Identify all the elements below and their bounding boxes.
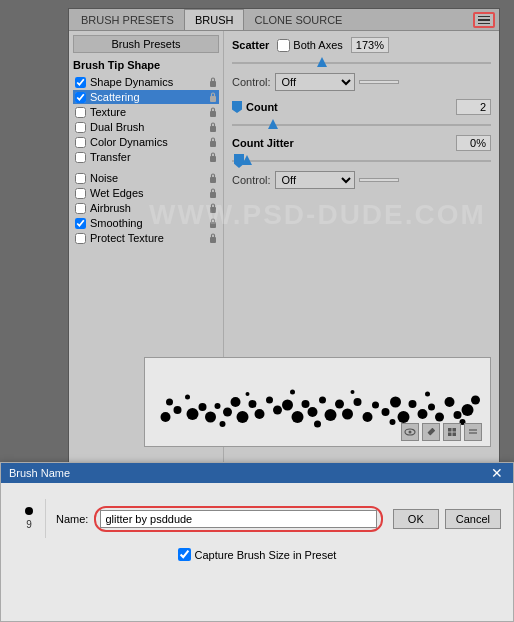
- svg-point-58: [185, 395, 190, 400]
- option-protect-texture[interactable]: Protect Texture: [73, 231, 219, 245]
- tab-bar: BRUSH PRESETS BRUSH CLONE SOURCE: [69, 9, 499, 31]
- svg-point-53: [435, 413, 444, 422]
- protect-texture-checkbox[interactable]: [75, 233, 86, 244]
- texture-checkbox[interactable]: [75, 107, 86, 118]
- tab-brush-presets[interactable]: BRUSH PRESETS: [71, 9, 184, 30]
- svg-point-43: [342, 409, 353, 420]
- preview-pencil-button[interactable]: [422, 423, 440, 441]
- dialog-name-input[interactable]: [100, 510, 376, 528]
- control1-row: Control: Off Fade Pen Pressure: [232, 73, 491, 91]
- dialog-ok-button[interactable]: OK: [393, 509, 439, 529]
- option-airbrush[interactable]: Airbrush: [73, 201, 219, 215]
- noise-checkbox[interactable]: [75, 173, 86, 184]
- count-jitter-label: Count Jitter: [232, 137, 294, 149]
- svg-point-50: [409, 400, 417, 408]
- svg-rect-3: [212, 93, 215, 97]
- svg-point-34: [266, 397, 273, 404]
- option-wet-edges[interactable]: Wet Edges: [73, 186, 219, 200]
- svg-point-57: [471, 396, 480, 405]
- dialog-name-label: Name:: [56, 513, 88, 525]
- option-shape-dynamics[interactable]: Shape Dynamics: [73, 75, 219, 89]
- lock-icon-6: [209, 173, 217, 183]
- brush-panel: BRUSH PRESETS BRUSH CLONE SOURCE Brush P…: [68, 8, 500, 478]
- svg-point-25: [187, 408, 199, 420]
- control2-value: [359, 178, 399, 182]
- lock-icon-2: [209, 107, 217, 117]
- lock-icon-3: [209, 122, 217, 132]
- svg-point-31: [237, 411, 249, 423]
- control2-row: Control: Off Fade: [232, 171, 491, 189]
- svg-rect-69: [427, 428, 435, 436]
- scatter-slider-track: [232, 62, 491, 64]
- control1-select[interactable]: Off Fade Pen Pressure: [275, 73, 355, 91]
- svg-point-48: [390, 397, 401, 408]
- option-transfer[interactable]: Transfer: [73, 150, 219, 164]
- svg-point-23: [174, 406, 182, 414]
- dialog-cancel-button[interactable]: Cancel: [445, 509, 501, 529]
- wet-edges-checkbox[interactable]: [75, 188, 86, 199]
- scatter-slider[interactable]: [232, 57, 491, 69]
- count-jitter-row: Count Jitter 0%: [232, 135, 491, 151]
- count-row: Count 2: [232, 99, 491, 115]
- svg-point-33: [255, 409, 265, 419]
- count-jitter-thumb[interactable]: [242, 155, 252, 165]
- preview-grid2-button[interactable]: [464, 423, 482, 441]
- svg-point-46: [372, 402, 379, 409]
- count-slider[interactable]: [232, 119, 491, 131]
- tab-brush[interactable]: BRUSH: [184, 9, 245, 30]
- dialog-close-button[interactable]: ✕: [489, 466, 505, 480]
- scatter-slider-thumb[interactable]: [317, 57, 327, 67]
- capture-brush-size-label: Capture Brush Size in Preset: [195, 549, 337, 561]
- count-flag: [232, 101, 242, 113]
- svg-rect-5: [212, 108, 215, 112]
- airbrush-checkbox[interactable]: [75, 203, 86, 214]
- svg-point-54: [445, 397, 455, 407]
- count-slider-thumb[interactable]: [268, 119, 278, 129]
- color-dynamics-checkbox[interactable]: [75, 137, 86, 148]
- scatter-label: Scatter: [232, 39, 269, 51]
- svg-point-68: [409, 431, 412, 434]
- dual-brush-checkbox[interactable]: [75, 122, 86, 133]
- capture-brush-size-checkbox[interactable]: [178, 548, 191, 561]
- preview-bottom-bar: [220, 423, 482, 441]
- brush-name-dialog: Brush Name ✕ 9 Name: OK Cancel Capture B…: [0, 462, 514, 622]
- dialog-capture-row: Capture Brush Size in Preset: [13, 548, 501, 561]
- both-axes-checkbox[interactable]: [277, 39, 290, 52]
- option-noise[interactable]: Noise: [73, 171, 219, 185]
- count-value: 2: [456, 99, 491, 115]
- scattering-checkbox[interactable]: [75, 92, 86, 103]
- transfer-checkbox[interactable]: [75, 152, 86, 163]
- svg-point-38: [302, 400, 310, 408]
- svg-rect-72: [448, 433, 452, 437]
- smoothing-checkbox[interactable]: [75, 218, 86, 229]
- shape-dynamics-checkbox[interactable]: [75, 77, 86, 88]
- both-axes-check[interactable]: Both Axes: [277, 39, 343, 52]
- count-jitter-value: 0%: [456, 135, 491, 151]
- count-jitter-slider[interactable]: [232, 155, 491, 167]
- svg-point-32: [249, 400, 257, 408]
- svg-rect-70: [448, 428, 452, 432]
- option-dual-brush[interactable]: Dual Brush: [73, 120, 219, 134]
- lock-icon-7: [209, 188, 217, 198]
- svg-point-41: [325, 409, 337, 421]
- svg-point-39: [308, 407, 318, 417]
- brush-presets-button[interactable]: Brush Presets: [73, 35, 219, 53]
- menu-icon: [478, 16, 490, 25]
- control1-label: Control:: [232, 76, 271, 88]
- option-smoothing[interactable]: Smoothing: [73, 216, 219, 230]
- dialog-name-row: 9 Name: OK Cancel: [13, 499, 501, 538]
- panel-menu-button[interactable]: [473, 12, 495, 28]
- option-color-dynamics[interactable]: Color Dynamics: [73, 135, 219, 149]
- option-texture[interactable]: Texture: [73, 105, 219, 119]
- svg-point-24: [166, 399, 173, 406]
- preview-eye-button[interactable]: [401, 423, 419, 441]
- svg-point-35: [273, 406, 282, 415]
- dialog-name-input-wrap: [94, 506, 382, 532]
- brush-dot-number: 9: [26, 519, 32, 530]
- preview-grid1-button[interactable]: [443, 423, 461, 441]
- svg-point-55: [454, 411, 462, 419]
- option-scattering[interactable]: Scattering: [73, 90, 219, 104]
- lock-icon-10: [209, 233, 217, 243]
- control2-select[interactable]: Off Fade: [275, 171, 355, 189]
- tab-clone-source[interactable]: CLONE SOURCE: [244, 9, 352, 30]
